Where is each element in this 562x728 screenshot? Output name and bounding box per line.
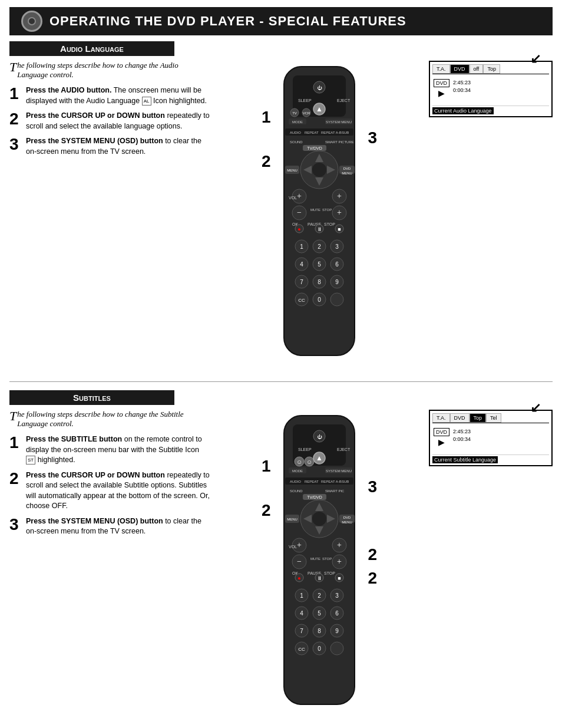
section2-text: The following steps describe how to chan… (9, 410, 210, 537)
svg-text:MENU: MENU (342, 172, 352, 175)
section2-screen: ↙ T.A. DVD Top Tel DVD ▶ (429, 410, 553, 466)
subtitle-icon: ST (26, 456, 35, 465)
svg-text:SMART PICTURE: SMART PICTURE (325, 140, 354, 144)
svg-text:DVD: DVD (343, 167, 351, 170)
remote1-container: 1 2 3 ⏻ SLEEP EJECT (272, 61, 366, 370)
step1-1-num: 1 (9, 85, 21, 102)
screen2-tab-ta: T.A. (432, 413, 450, 423)
step2-1-num: 1 (9, 434, 21, 451)
svg-text:SUB: SUB (342, 131, 349, 134)
step1-1: 1 Press the AUDIO button. The onscreen m… (9, 85, 210, 106)
drop-cap-t2: T (9, 410, 16, 423)
svg-text:9: 9 (335, 279, 339, 285)
step1-3-text: Press the SYSTEM MENU (OSD) button to cl… (26, 136, 210, 157)
svg-text:REPEAT A-B: REPEAT A-B (321, 480, 342, 483)
screen1-tab-top: Top (483, 64, 500, 74)
section2-body: The following steps describe how to chan… (9, 410, 553, 719)
svg-text:3: 3 (335, 592, 339, 599)
svg-text:2: 2 (318, 243, 321, 250)
screen2-box: T.A. DVD Top Tel DVD ▶ 2:45:23 0:00:34 (429, 410, 553, 466)
svg-text:+: + (337, 557, 342, 566)
remote2-badge3: 3 (368, 477, 377, 496)
svg-text:STOP: STOP (324, 222, 335, 226)
screen2-tab-tel: Tel (486, 413, 501, 423)
svg-text:⏻: ⏻ (317, 85, 322, 91)
svg-text:SMART PIC: SMART PIC (325, 489, 345, 493)
svg-text:SYSTEM MENU: SYSTEM MENU (326, 120, 352, 124)
svg-text:8: 8 (318, 279, 321, 285)
svg-text:3: 3 (335, 243, 339, 250)
remote1-badge3: 3 (368, 129, 377, 147)
step1-3-num: 3 (9, 136, 21, 153)
audio-icon: AL (142, 97, 151, 106)
svg-text:5: 5 (318, 610, 321, 617)
remote1-area: 1 2 3 ⏻ SLEEP EJECT (216, 61, 423, 370)
step2-3: 3 Press the SYSTEM MENU (OSD) button to … (9, 516, 210, 537)
svg-text:6: 6 (335, 261, 339, 268)
svg-text:MENU: MENU (287, 169, 297, 172)
svg-text:MUTE: MUTE (310, 557, 320, 561)
page-header: Operating the DVD Player - Special Featu… (9, 7, 553, 35)
step1-2: 2 Press the CURSOR UP or DOWN button rep… (9, 111, 210, 131)
svg-text:TV/DVD: TV/DVD (307, 146, 322, 150)
remote2-badge5: 2 (368, 569, 377, 588)
remote2-badge1: 1 (262, 457, 271, 476)
svg-text:▲: ▲ (316, 105, 323, 113)
svg-text:MUTE: MUTE (310, 208, 320, 212)
svg-text:MENU: MENU (342, 521, 352, 524)
svg-text:2: 2 (318, 592, 321, 599)
svg-text:AUDIO: AUDIO (290, 131, 301, 134)
screen2-content: DVD ▶ 2:45:23 0:00:34 (432, 426, 549, 450)
remote2-container: 1 2 3 2 2 ⏻ SLEEP EJECT ☺ (272, 410, 366, 719)
step1-2-text: Press the CURSOR UP or DOWN button repea… (26, 111, 210, 131)
svg-point-114 (312, 512, 326, 526)
section1-intro: The following steps describe how to chan… (9, 61, 210, 80)
section1-steps: 1 Press the AUDIO button. The onscreen m… (9, 85, 210, 157)
svg-text:TV/DVD: TV/DVD (307, 495, 322, 499)
svg-text:8: 8 (318, 628, 321, 634)
screen2-time2: 0:00:34 (453, 436, 471, 443)
svg-text:●: ● (297, 575, 300, 581)
disc-icon (21, 11, 42, 32)
screen1-tab-ta: T.A. (432, 64, 450, 74)
screen1-tab-off: off (470, 64, 484, 74)
svg-text:+: + (337, 192, 342, 200)
svg-text:VOL: VOL (289, 545, 297, 549)
screen1-tab-dvd: DVD (450, 64, 470, 74)
step1-1-text: Press the AUDIO button. The onscreen men… (26, 85, 210, 106)
remote2-area: 1 2 3 2 2 ⏻ SLEEP EJECT ☺ (216, 410, 423, 719)
svg-text:1: 1 (300, 592, 303, 599)
svg-text:CC: CC (298, 647, 305, 652)
svg-text:EJECT: EJECT (337, 98, 351, 103)
svg-point-35 (312, 163, 326, 177)
screen1-time1: 2:45:23 (453, 79, 471, 87)
svg-text:REPEAT A-B: REPEAT A-B (321, 131, 342, 134)
svg-text:+: + (297, 192, 302, 200)
svg-text:0: 0 (318, 645, 321, 652)
svg-text:STOP: STOP (322, 208, 332, 212)
remote1-badge2: 2 (262, 152, 271, 171)
screen2-time1: 2:45:23 (453, 428, 471, 436)
screen2-play: ▶ (438, 437, 445, 447)
svg-text:STOP: STOP (322, 557, 332, 561)
screen2-dvd-label: DVD (434, 428, 449, 436)
drop-cap-t: T (9, 61, 16, 74)
svg-text:SLEEP: SLEEP (298, 98, 312, 103)
svg-text:1: 1 (300, 243, 303, 250)
svg-text:7: 7 (300, 279, 303, 285)
screen2-time-area: 2:45:23 0:00:34 (453, 428, 471, 447)
page-title: Operating the DVD Player - Special Featu… (49, 14, 406, 29)
svg-text:SOUND: SOUND (290, 140, 303, 144)
svg-text:SYSTEM MENU: SYSTEM MENU (326, 469, 352, 473)
remote1-svg: ⏻ SLEEP EJECT TV VCR ▲ (272, 61, 366, 367)
step2-3-num: 3 (9, 516, 21, 533)
remote2-badge4: 2 (368, 545, 377, 564)
section2-steps: 1 Press the SUBTITLE button on the remot… (9, 434, 210, 537)
svg-text:REPEAT: REPEAT (305, 131, 319, 134)
svg-text:0: 0 (318, 297, 321, 303)
svg-text:■: ■ (338, 226, 340, 232)
screen2-label: Current Subtitle Language (432, 454, 549, 463)
screen2-arrow: ↙ (530, 400, 541, 416)
svg-text:REPEAT: REPEAT (305, 480, 319, 483)
svg-text:SUB: SUB (342, 480, 349, 483)
